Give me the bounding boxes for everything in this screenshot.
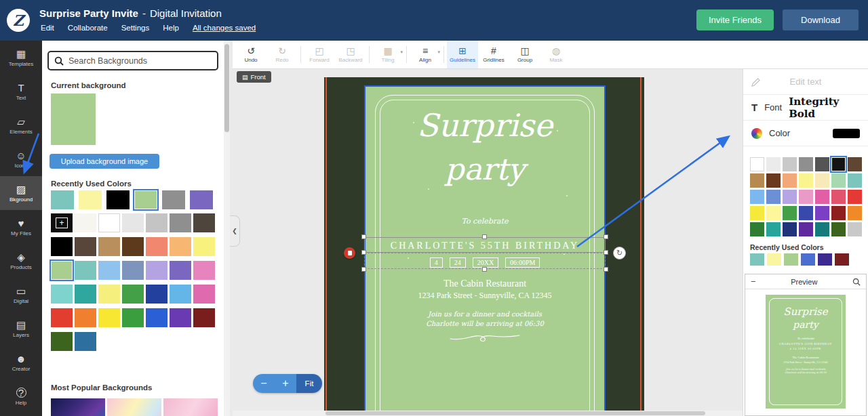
current-background-swatch[interactable] xyxy=(51,93,96,145)
gridlines-button[interactable]: #Gridlines xyxy=(478,41,509,68)
preview-thumbnail[interactable]: Surprise party To celebrate CHARLOTTE'S … xyxy=(766,295,846,409)
save-status-link[interactable]: All changes saved xyxy=(193,24,256,32)
color-swatch[interactable] xyxy=(193,261,215,280)
zoom-fit-button[interactable]: Fit xyxy=(296,374,322,393)
color-swatch[interactable] xyxy=(75,285,96,304)
color-swatch[interactable] xyxy=(51,190,74,209)
watercolor-background-thumbnail[interactable] xyxy=(107,398,161,416)
color-swatch[interactable] xyxy=(75,308,96,327)
sidebar-item-digital[interactable]: ▭Digital xyxy=(0,278,42,312)
design-canvas[interactable]: Surprise party To celebrate CHARLOTTE'S … xyxy=(233,69,743,416)
magnifier-icon[interactable] xyxy=(852,278,861,286)
color-swatch[interactable] xyxy=(193,308,215,327)
color-swatch[interactable] xyxy=(79,190,102,209)
color-swatch[interactable] xyxy=(122,285,144,304)
color-swatch[interactable] xyxy=(783,206,797,220)
upload-background-button[interactable]: Upload background image xyxy=(50,154,159,169)
card-venue-text[interactable]: The Cabin Restaurant xyxy=(366,278,604,289)
color-swatch[interactable] xyxy=(162,190,185,209)
color-swatch[interactable] xyxy=(783,173,797,188)
color-swatch[interactable] xyxy=(98,285,120,304)
search-input[interactable] xyxy=(68,56,212,66)
sidebar-item-elements[interactable]: ▱Elements xyxy=(0,108,42,142)
color-swatch[interactable] xyxy=(831,206,846,220)
font-value-button[interactable]: Integrity Bold xyxy=(789,96,860,120)
color-swatch[interactable] xyxy=(146,308,167,327)
color-swatch[interactable] xyxy=(146,261,167,280)
color-swatch[interactable] xyxy=(98,213,120,232)
color-swatch[interactable] xyxy=(146,237,167,256)
card-note-line2[interactable]: Charlotte will be arriving at 06:30 xyxy=(366,320,604,327)
zoom-in-button[interactable]: + xyxy=(275,374,296,393)
tiling-button[interactable]: ▦Tiling▾ xyxy=(372,41,403,68)
color-swatch[interactable] xyxy=(799,173,813,188)
color-swatch[interactable] xyxy=(783,222,797,236)
color-swatch[interactable] xyxy=(193,285,215,304)
color-swatch[interactable] xyxy=(51,237,73,256)
color-swatch[interactable] xyxy=(122,308,144,327)
canvas-horizontal-scrollbar[interactable] xyxy=(233,411,743,416)
search-box[interactable] xyxy=(47,51,218,70)
color-swatch[interactable] xyxy=(750,157,764,171)
sidebar-item-background[interactable]: ▨Bkground xyxy=(0,176,42,210)
rotate-handle[interactable]: ↻ xyxy=(613,247,626,259)
sidebar-item-text[interactable]: TText xyxy=(0,75,42,108)
backward-button[interactable]: ◳Backward xyxy=(335,41,366,68)
resize-handle-top-left[interactable] xyxy=(361,234,366,239)
color-swatch[interactable] xyxy=(146,213,167,232)
color-swatch[interactable] xyxy=(75,213,96,232)
panel-scrollbar[interactable] xyxy=(224,41,230,416)
color-swatch[interactable] xyxy=(799,190,813,204)
color-swatch[interactable] xyxy=(134,190,157,209)
color-swatch[interactable] xyxy=(190,190,213,209)
download-button[interactable]: Download xyxy=(783,9,859,30)
group-button[interactable]: ◫Group xyxy=(509,41,540,68)
color-swatch[interactable] xyxy=(122,261,144,280)
sidebar-item-templates[interactable]: ▦Templates xyxy=(0,41,42,75)
card-subtitle[interactable]: To celebrate xyxy=(366,217,604,226)
color-swatch[interactable] xyxy=(783,157,797,171)
color-swatch[interactable] xyxy=(848,173,862,188)
color-swatch[interactable] xyxy=(750,222,764,236)
color-swatch[interactable] xyxy=(848,157,862,171)
color-swatch[interactable] xyxy=(766,190,781,204)
card-title-line1[interactable]: Surprise xyxy=(366,110,604,141)
color-swatch[interactable] xyxy=(815,190,829,204)
color-swatch[interactable] xyxy=(146,285,167,304)
align-button[interactable]: ≡Align▾ xyxy=(410,41,441,68)
color-swatch[interactable] xyxy=(170,261,191,280)
color-swatch[interactable] xyxy=(51,308,73,327)
edit-text-row[interactable]: Edit text xyxy=(743,69,868,95)
color-swatch[interactable] xyxy=(51,261,73,280)
color-swatch[interactable] xyxy=(193,237,215,256)
color-swatch[interactable] xyxy=(122,213,144,232)
color-swatch[interactable] xyxy=(848,190,862,204)
color-swatch[interactable] xyxy=(75,261,96,280)
color-swatch[interactable] xyxy=(799,206,813,220)
color-swatch[interactable] xyxy=(831,157,846,171)
color-swatch[interactable] xyxy=(51,285,73,304)
collapse-panel-button[interactable]: ❮ xyxy=(230,215,240,247)
color-swatch[interactable] xyxy=(98,261,120,280)
color-swatch[interactable] xyxy=(98,237,120,256)
color-swatch[interactable] xyxy=(815,173,829,188)
color-swatch[interactable] xyxy=(170,308,191,327)
resize-handle-top-center[interactable] xyxy=(482,234,487,239)
color-swatch[interactable] xyxy=(122,237,144,256)
color-swatch[interactable] xyxy=(51,332,73,351)
menu-edit[interactable]: Edit xyxy=(41,24,54,32)
forward-button[interactable]: ◰Forward xyxy=(304,41,335,68)
scrollbar-thumb[interactable] xyxy=(224,44,229,132)
sidebar-item-icons[interactable]: ☺Icons xyxy=(0,142,42,176)
resize-handle-bottom-left[interactable] xyxy=(361,267,366,272)
color-swatch[interactable] xyxy=(766,222,781,236)
color-swatch[interactable] xyxy=(831,173,846,188)
color-swatch[interactable] xyxy=(815,157,829,171)
color-swatch[interactable] xyxy=(818,253,832,266)
color-swatch[interactable] xyxy=(783,190,797,204)
color-swatch[interactable] xyxy=(848,206,862,220)
color-swatch[interactable] xyxy=(75,237,96,256)
menu-settings[interactable]: Settings xyxy=(121,24,150,32)
resize-handle-bottom-center[interactable] xyxy=(482,267,487,272)
card-note-line1[interactable]: Join us for a dinner and cocktails xyxy=(366,310,604,318)
